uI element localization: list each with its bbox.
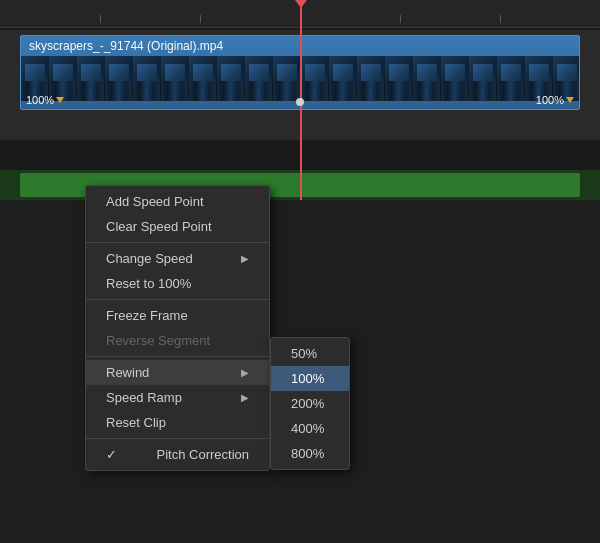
submenu-item-50pct[interactable]: 50% xyxy=(271,341,349,366)
menu-item-pitch-correction[interactable]: Pitch Correction xyxy=(86,442,269,467)
rewind-submenu: 50% 100% 200% 400% 800% xyxy=(270,337,350,470)
speed-label-right: 100% xyxy=(536,94,574,106)
speed-triangle-right xyxy=(566,97,574,103)
menu-item-reset-100[interactable]: Reset to 100% xyxy=(86,271,269,296)
submenu-item-200pct[interactable]: 200% xyxy=(271,391,349,416)
speed-marker xyxy=(296,98,304,106)
submenu-item-100pct[interactable]: 100% xyxy=(271,366,349,391)
separator-1 xyxy=(86,242,269,243)
submenu-item-400pct[interactable]: 400% xyxy=(271,416,349,441)
submenu-arrow-speed-ramp: ▶ xyxy=(241,392,249,403)
speed-triangle-left xyxy=(56,97,64,103)
menu-item-clear-speed-point[interactable]: Clear Speed Point xyxy=(86,214,269,239)
menu-item-freeze-frame[interactable]: Freeze Frame xyxy=(86,303,269,328)
menu-item-speed-ramp[interactable]: Speed Ramp ▶ xyxy=(86,385,269,410)
menu-item-rewind[interactable]: Rewind ▶ xyxy=(86,360,269,385)
menu-item-reset-clip[interactable]: Reset Clip xyxy=(86,410,269,435)
timeline-area: skyscrapers_-_91744 (Original).mp4 xyxy=(0,0,600,200)
menu-item-reverse-segment: Reverse Segment xyxy=(86,328,269,353)
separator-3 xyxy=(86,356,269,357)
submenu-arrow-change-speed: ▶ xyxy=(241,253,249,264)
separator-2 xyxy=(86,299,269,300)
submenu-item-800pct[interactable]: 800% xyxy=(271,441,349,466)
menu-item-add-speed-point[interactable]: Add Speed Point xyxy=(86,189,269,214)
context-menu-wrapper: Add Speed Point Clear Speed Point Change… xyxy=(85,185,270,471)
submenu-arrow-rewind: ▶ xyxy=(241,367,249,378)
clip-label: skyscrapers_-_91744 (Original).mp4 xyxy=(29,39,223,53)
speed-label-left: 100% xyxy=(26,94,64,106)
menu-item-change-speed[interactable]: Change Speed ▶ xyxy=(86,246,269,271)
separator-4 xyxy=(86,438,269,439)
context-menu: Add Speed Point Clear Speed Point Change… xyxy=(85,185,270,471)
